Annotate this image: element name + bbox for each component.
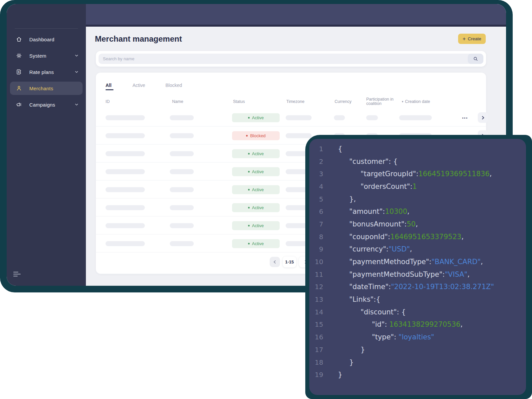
column-header-creation-date-label: Creation date xyxy=(405,99,430,104)
row-actions-menu-button[interactable]: ••• xyxy=(457,113,473,122)
skeleton-id xyxy=(106,205,145,210)
code-line-content: "bonusAmount":50, xyxy=(327,220,418,228)
line-number: 17 xyxy=(314,346,323,354)
chevron-down-icon xyxy=(75,70,79,74)
rate-plans-icon: $ xyxy=(16,69,22,75)
code-line-content: "ordersCount":1 xyxy=(327,183,417,191)
megaphone-icon xyxy=(16,102,22,108)
collapse-sidebar-button[interactable] xyxy=(13,272,21,276)
table-row: Active••• xyxy=(96,109,486,127)
search-button[interactable] xyxy=(468,54,483,64)
skeleton-name xyxy=(170,115,194,120)
tab-blocked[interactable]: Blocked xyxy=(165,81,182,89)
active-tab-underline xyxy=(106,89,114,90)
code-line: 12"dateTime":"2022-10-19T13:02:38.271Z" xyxy=(314,281,526,293)
previous-page-button[interactable] xyxy=(270,257,280,267)
code-line: 14"discount": { xyxy=(314,306,526,318)
code-line: 15"id": 1634138299270536, xyxy=(314,318,526,331)
line-number: 2 xyxy=(314,158,323,166)
skeleton-id xyxy=(106,169,145,174)
status-dot-icon xyxy=(248,189,250,191)
skeleton-participation xyxy=(366,115,378,120)
create-button-label: Create xyxy=(468,36,481,41)
code-line: 11"paymentMethodSubType":"VISA", xyxy=(314,268,526,281)
code-line-content: } xyxy=(327,371,342,379)
skeleton-id xyxy=(106,223,145,228)
line-number: 9 xyxy=(314,245,323,253)
code-line-content: "couponId":1646951653379523, xyxy=(327,233,464,241)
status-badge-label: Active xyxy=(252,205,264,210)
status-dot-icon xyxy=(248,207,250,208)
topbar xyxy=(86,4,506,27)
status-dot-icon xyxy=(248,225,250,226)
logo-area xyxy=(7,4,86,28)
gear-icon xyxy=(16,53,22,59)
code-line: 17} xyxy=(314,343,526,356)
skeleton-name xyxy=(170,223,194,228)
row-expand-button[interactable] xyxy=(478,112,488,123)
status-badge-label: Active xyxy=(252,115,264,120)
screenshot-stage: DashboardSystem$Rate plansMerchantsCampa… xyxy=(0,0,532,399)
status-badge: Active xyxy=(232,203,280,212)
status-badge-label: Active xyxy=(252,241,264,246)
sort-caret-icon: ▾ xyxy=(402,100,403,103)
line-number: 13 xyxy=(314,295,323,303)
code-line-content: "paymentMethodSubType":"VISA", xyxy=(327,270,470,278)
code-line-content: "Links":{ xyxy=(327,295,381,303)
status-badge: Active xyxy=(232,167,280,176)
code-line-content: } xyxy=(327,358,354,366)
tab-active[interactable]: Active xyxy=(133,81,145,89)
skeleton-id xyxy=(106,187,145,192)
code-line-content: "dateTime":"2022-10-19T13:02:38.271Z" xyxy=(327,283,494,291)
line-number: 18 xyxy=(314,358,323,366)
code-line: 7"bonusAmount":50, xyxy=(314,218,526,230)
column-header-status: Status xyxy=(233,95,245,108)
line-number: 12 xyxy=(314,283,323,291)
code-line-content: "discount": { xyxy=(327,308,406,316)
line-number: 15 xyxy=(314,320,323,328)
chevron-down-icon xyxy=(75,54,79,58)
home-icon xyxy=(16,36,22,42)
code-line-content: }, xyxy=(327,195,356,203)
status-badge-label: Active xyxy=(252,223,264,228)
status-dot-icon xyxy=(248,171,250,173)
skeleton-name xyxy=(170,133,194,138)
skeleton-id xyxy=(106,151,145,156)
line-number: 7 xyxy=(314,220,323,228)
skeleton-creation-date xyxy=(399,115,432,120)
code-line-content: "targetGroupId":1664519369511836, xyxy=(327,170,492,178)
code-line-content: "currency":"USD", xyxy=(327,245,412,253)
status-badge-label: Active xyxy=(252,169,264,174)
code-line: 2"customer": { xyxy=(314,155,526,168)
line-number: 8 xyxy=(314,233,323,241)
line-number: 11 xyxy=(314,270,323,278)
code-line: 10"paymentMethodType":"BANK_CARD", xyxy=(314,255,526,268)
skeleton-name xyxy=(170,187,194,192)
sidebar-item-rate-plans[interactable]: $Rate plans xyxy=(10,65,83,79)
sidebar-item-dashboard[interactable]: Dashboard xyxy=(10,33,83,46)
column-header-currency: Currency xyxy=(335,95,352,108)
status-badge: Active xyxy=(232,149,280,158)
skeleton-name xyxy=(170,169,194,174)
table-header: ID Name Status Timezone Currency Partici… xyxy=(96,95,486,108)
sidebar-item-campaigns[interactable]: Campaigns xyxy=(10,98,83,111)
code-line-content: "amount":10300, xyxy=(327,207,409,215)
create-button[interactable]: + Create xyxy=(458,34,486,44)
json-code-panel: 1{2"customer": {3"targetGroupId":1664519… xyxy=(309,139,526,395)
line-number: 4 xyxy=(314,183,323,191)
column-header-participation: Participation in coalition xyxy=(366,95,395,108)
status-badge: Active xyxy=(232,239,280,248)
status-dot-icon xyxy=(248,153,250,155)
line-number: 19 xyxy=(314,371,323,379)
tab-all[interactable]: All xyxy=(106,81,112,89)
column-header-name: Name xyxy=(172,95,183,108)
sidebar-item-merchants[interactable]: Merchants xyxy=(10,82,83,95)
status-dot-icon xyxy=(248,117,250,119)
sidebar-item-label: Rate plans xyxy=(29,69,54,75)
sidebar-item-label: System xyxy=(29,53,46,59)
column-header-creation-date[interactable]: ▾ Creation date xyxy=(402,95,430,108)
search-input[interactable] xyxy=(99,54,483,64)
sidebar-item-system[interactable]: System xyxy=(10,49,83,62)
line-number: 5 xyxy=(314,195,323,203)
code-line-content: { xyxy=(327,145,342,153)
